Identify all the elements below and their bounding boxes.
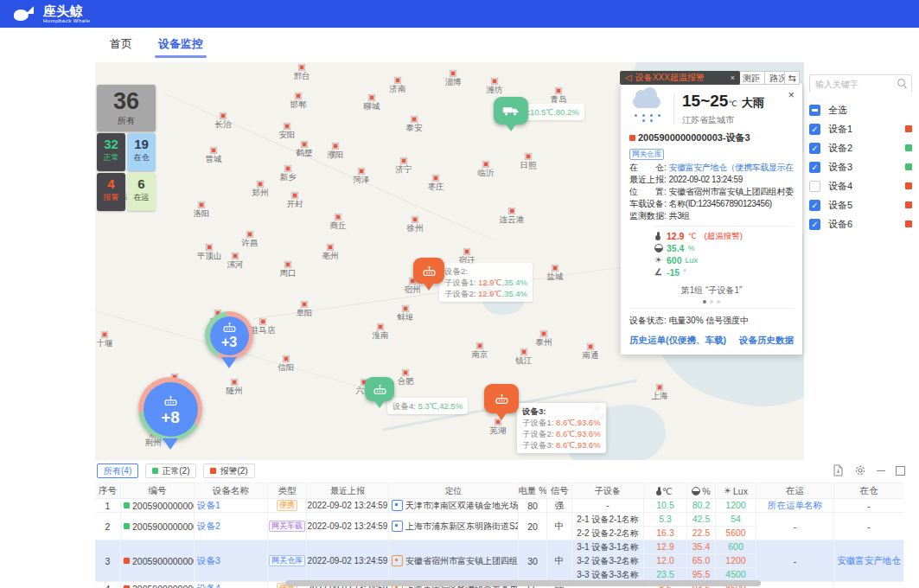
- cell-subdevice: 2-2 设备2-2名称: [572, 527, 644, 540]
- subdevice-pagination-dots[interactable]: [629, 300, 794, 304]
- sidebar-device-3[interactable]: ✓设备3: [809, 157, 912, 176]
- device3-pin[interactable]: [484, 384, 519, 420]
- sidebar-device-5[interactable]: ✓设备5: [809, 195, 912, 214]
- city-label: 新乡: [280, 165, 297, 183]
- city-dot-icon: [302, 141, 308, 147]
- device-checkbox[interactable]: ✓: [809, 219, 820, 230]
- table-row[interactable]: 12005900000000001设备1便携2022-09-02 13:24:5…: [95, 499, 903, 513]
- cluster-3[interactable]: +3: [205, 311, 253, 368]
- rail-line: [163, 93, 495, 241]
- sidebar-device-2[interactable]: ✓设备2: [809, 138, 912, 157]
- search-input[interactable]: [810, 76, 911, 93]
- alert-banner[interactable]: ◁ 设备XXX超温报警 ×: [620, 71, 740, 85]
- device-history-link[interactable]: 设备历史数据: [739, 335, 794, 347]
- city-name: 许昌: [242, 238, 258, 249]
- warehouse-link[interactable]: 安徽富安产地仓: [837, 555, 901, 567]
- export-file-icon[interactable]: [833, 464, 844, 476]
- tab-device-monitoring[interactable]: 设备监控: [158, 28, 203, 62]
- alert-close-icon[interactable]: ×: [731, 74, 735, 82]
- measure-distance-button[interactable]: 测距: [737, 71, 765, 85]
- city-label: 徐州: [407, 216, 424, 234]
- stat-alarm[interactable]: 4 报警: [97, 173, 125, 211]
- cell-code: 2005900000000004: [121, 582, 195, 588]
- collapse-icon[interactable]: [877, 470, 885, 471]
- sidebar-device-6[interactable]: ✓设备6: [809, 214, 912, 233]
- top-header: 座头鲸 Humpback Whale: [0, 0, 919, 28]
- row-status-square: [124, 558, 130, 564]
- field-value[interactable]: 安徽富安产地仓（便携车载显示在运）: [669, 162, 794, 174]
- device-name-link[interactable]: 设备4: [197, 583, 220, 588]
- select-all-checkbox[interactable]: [809, 105, 820, 116]
- city-dot-icon: [247, 231, 253, 237]
- city-name: 济宁: [396, 164, 412, 176]
- city-dot-icon: [369, 94, 375, 100]
- device-checkbox[interactable]: ✓: [809, 200, 820, 211]
- popup-field: 位 置: 安徽省宿州市富安镇上团四组村委会: [629, 186, 794, 198]
- device-label: 设备2: [828, 142, 905, 155]
- stat-normal-value: 32: [97, 137, 125, 151]
- device-checkbox[interactable]: [809, 181, 820, 192]
- city-label: 济宁: [396, 157, 412, 176]
- col-location: 定位: [389, 483, 519, 498]
- col-code: 编号: [121, 483, 195, 498]
- city-label: 濮阳: [328, 143, 344, 161]
- city-name: 徐州: [407, 223, 424, 234]
- device-checkbox[interactable]: ✓: [809, 124, 820, 135]
- cell-sensor-value: 16.3: [644, 527, 687, 540]
- map-tooltip: 设备4: 5.3℃,42.5%: [387, 398, 468, 414]
- device-status-square: [905, 125, 912, 132]
- device2-pin[interactable]: [413, 258, 444, 291]
- tab-home[interactable]: 首页: [110, 28, 132, 62]
- city-dot-icon: [102, 331, 108, 337]
- humidity-icon: [654, 244, 663, 252]
- filter-chip-2[interactable]: 报警(2): [203, 463, 254, 478]
- fullscreen-icon[interactable]: [896, 466, 905, 476]
- city-label: 聊城: [364, 94, 380, 112]
- device-name-link[interactable]: 设备3: [197, 555, 220, 567]
- search-icon[interactable]: [897, 79, 905, 86]
- device1-pin[interactable]: [494, 97, 528, 131]
- popup-close-icon[interactable]: ×: [788, 89, 795, 100]
- city-name: 上海: [652, 391, 668, 402]
- device-name-link[interactable]: 设备2: [197, 521, 220, 533]
- city-label: 随州: [227, 379, 243, 397]
- cell-type: 网关车载: [268, 513, 307, 540]
- sidebar-device-4[interactable]: 设备4: [809, 176, 912, 195]
- filter-chip-1[interactable]: 正常(2): [145, 463, 196, 478]
- history-waybill-link[interactable]: 历史运单(仅便携、车载): [629, 335, 726, 347]
- stat-in-warehouse[interactable]: 19 在仓: [127, 133, 156, 171]
- city-label: 亳州: [322, 244, 339, 262]
- stat-in-transit[interactable]: 6 在运: [127, 173, 156, 211]
- stat-in-warehouse-label: 在仓: [127, 152, 156, 163]
- cell-sensor-value: 12.0: [644, 554, 687, 567]
- city-name: 安阳: [279, 130, 296, 141]
- device-popup: × 15~25℃ 大雨 江苏省盐城市 2005900000000003-设备3: [621, 83, 802, 355]
- sub-row: 2-1 设备2-1名称5.342.554: [572, 513, 756, 526]
- select-all-row[interactable]: 全选: [809, 100, 912, 119]
- device-checkbox[interactable]: ✓: [809, 162, 820, 173]
- settings-gear-icon[interactable]: [854, 464, 866, 476]
- cell-code: 2005900000000003: [121, 540, 195, 581]
- swap-view-button[interactable]: ⇆: [784, 71, 800, 85]
- device-name-link[interactable]: 设备1: [197, 500, 220, 512]
- stat-all[interactable]: 36 所有: [97, 85, 156, 131]
- popup-field: 监测数据: 共3组: [629, 210, 794, 222]
- sidebar-device-1[interactable]: ✓设备1: [809, 119, 912, 138]
- horizontal-scrollbar[interactable]: [285, 580, 761, 586]
- table-row[interactable]: 22005900000000002设备2网关车载2022-09-02 13:24…: [95, 513, 903, 540]
- stat-alarm-value: 4: [97, 176, 125, 191]
- city-name: 南京: [472, 349, 488, 361]
- city-dot-icon: [284, 355, 290, 361]
- cluster-8[interactable]: +8: [138, 377, 202, 450]
- waybill-link[interactable]: 所在运单名称: [768, 500, 822, 512]
- table-row[interactable]: 32005900000000003设备3网关仓库2022-09-02 13:24…: [95, 540, 903, 582]
- filter-chip-0[interactable]: 所有(4): [97, 463, 138, 478]
- col-in-transit: 在运: [756, 483, 834, 498]
- city-dot-icon: [328, 244, 334, 250]
- device4-pin[interactable]: [365, 377, 394, 408]
- stat-normal[interactable]: 32 正常: [97, 133, 125, 171]
- device-checkbox[interactable]: ✓: [809, 143, 820, 154]
- city-dot-icon: [464, 248, 470, 254]
- select-all-label: 全选: [828, 104, 912, 117]
- city-label: 菏泽: [354, 168, 370, 186]
